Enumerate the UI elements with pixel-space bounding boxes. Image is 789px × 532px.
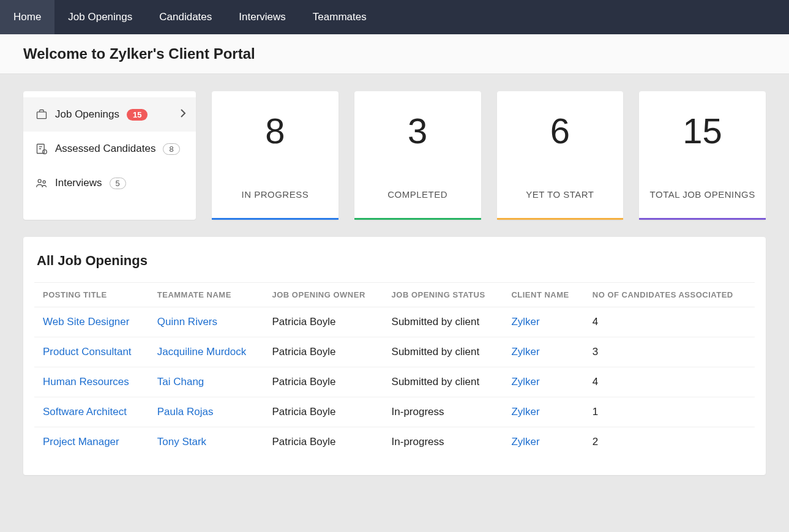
cell-status: Submitted by client xyxy=(383,307,503,337)
stat-value: 6 xyxy=(503,113,618,149)
th-candidates[interactable]: NO OF CANDIDATES ASSOCIATED xyxy=(584,283,755,307)
sidebar-card: Job Openings 15 Assessed Candidates 8 In… xyxy=(23,91,196,220)
badge-count: 5 xyxy=(110,178,126,189)
sidebar-item-label: Job Openings xyxy=(55,108,119,121)
cell-posting-title[interactable]: Human Resources xyxy=(34,367,149,397)
chevron-right-icon xyxy=(180,109,186,120)
cell-client[interactable]: Zylker xyxy=(503,427,583,457)
table-row[interactable]: Software ArchitectPaula RojasPatricia Bo… xyxy=(34,397,755,427)
job-openings-table: POSTING TITLE TEAMMATE NAME JOB OPENING … xyxy=(34,282,755,457)
stat-underline xyxy=(639,218,766,220)
svg-point-3 xyxy=(38,179,41,182)
cell-posting-title[interactable]: Product Consultant xyxy=(34,337,149,367)
stat-underline xyxy=(212,218,338,220)
th-job-opening-owner[interactable]: JOB OPENING OWNER xyxy=(264,283,383,307)
cell-candidates: 4 xyxy=(584,367,755,397)
cell-client[interactable]: Zylker xyxy=(503,337,583,367)
th-posting-title[interactable]: POSTING TITLE xyxy=(34,283,149,307)
badge-count: 8 xyxy=(163,143,179,155)
cell-owner: Patricia Boyle xyxy=(264,307,383,337)
cell-candidates: 4 xyxy=(584,307,755,337)
stat-label: YET TO START xyxy=(503,188,618,202)
job-openings-table-card: All Job Openings POSTING TITLE TEAMMATE … xyxy=(23,237,766,475)
table-title: All Job Openings xyxy=(34,253,755,269)
stat-card-completed[interactable]: 3 COMPLETED xyxy=(354,91,481,220)
badge-count: 15 xyxy=(127,109,148,121)
cell-owner: Patricia Boyle xyxy=(264,367,383,397)
cell-posting-title[interactable]: Web Site Designer xyxy=(34,307,149,337)
stat-value: 8 xyxy=(218,113,332,149)
cell-status: Submitted by client xyxy=(383,337,503,367)
stat-label: IN PROGRESS xyxy=(218,188,332,202)
assessed-icon xyxy=(36,143,48,155)
page-title: Welcome to Zylker's Client Portal xyxy=(23,45,766,62)
sidebar-item-assessed-candidates[interactable]: Assessed Candidates 8 xyxy=(23,132,196,166)
stat-underline xyxy=(497,218,624,220)
top-nav: Home Job Openings Candidates Interviews … xyxy=(0,0,789,34)
svg-point-4 xyxy=(43,181,45,183)
table-header-row: POSTING TITLE TEAMMATE NAME JOB OPENING … xyxy=(34,283,755,307)
stat-card-yet-to-start[interactable]: 6 YET TO START xyxy=(497,91,624,220)
cell-teammate[interactable]: Jacquiline Murdock xyxy=(149,337,264,367)
cell-candidates: 1 xyxy=(584,397,755,427)
cell-teammate[interactable]: Tony Stark xyxy=(149,427,264,457)
nav-candidates[interactable]: Candidates xyxy=(146,0,225,34)
cell-candidates: 3 xyxy=(584,337,755,367)
cell-posting-title[interactable]: Project Manager xyxy=(34,427,149,457)
cell-owner: Patricia Boyle xyxy=(264,397,383,427)
sidebar-item-interviews[interactable]: Interviews 5 xyxy=(23,166,196,200)
svg-rect-0 xyxy=(37,112,47,119)
table-row[interactable]: Web Site DesignerQuinn RiversPatricia Bo… xyxy=(34,307,755,337)
th-client-name[interactable]: CLIENT NAME xyxy=(503,283,583,307)
th-teammate-name[interactable]: TEAMMATE NAME xyxy=(149,283,264,307)
stat-card-in-progress[interactable]: 8 IN PROGRESS xyxy=(212,91,338,220)
stat-label: COMPLETED xyxy=(361,188,475,202)
nav-job-openings[interactable]: Job Openings xyxy=(54,0,146,34)
stat-underline xyxy=(354,218,481,220)
cell-status: In-progress xyxy=(383,427,503,457)
stat-value: 15 xyxy=(645,113,760,149)
cell-teammate[interactable]: Paula Rojas xyxy=(149,397,264,427)
cell-owner: Patricia Boyle xyxy=(264,427,383,457)
nav-teammates[interactable]: Teammates xyxy=(299,0,380,34)
th-job-opening-status[interactable]: JOB OPENING STATUS xyxy=(383,283,503,307)
cell-teammate[interactable]: Quinn Rivers xyxy=(149,307,264,337)
cell-status: Submitted by client xyxy=(383,367,503,397)
cell-status: In-progress xyxy=(383,397,503,427)
sidebar-item-job-openings[interactable]: Job Openings 15 xyxy=(23,97,196,132)
cell-teammate[interactable]: Tai Chang xyxy=(149,367,264,397)
people-icon xyxy=(36,177,48,189)
cell-client[interactable]: Zylker xyxy=(503,397,583,427)
table-row[interactable]: Project ManagerTony StarkPatricia BoyleI… xyxy=(34,427,755,457)
stat-card-total-job-openings[interactable]: 15 TOTAL JOB OPENINGS xyxy=(639,91,766,220)
sidebar-item-label: Interviews xyxy=(55,177,102,189)
cell-owner: Patricia Boyle xyxy=(264,337,383,367)
stat-value: 3 xyxy=(361,113,475,149)
cell-client[interactable]: Zylker xyxy=(503,367,583,397)
header-bar: Welcome to Zylker's Client Portal xyxy=(0,34,789,74)
sidebar-item-label: Assessed Candidates xyxy=(55,143,155,155)
table-row[interactable]: Product ConsultantJacquiline MurdockPatr… xyxy=(34,337,755,367)
cell-posting-title[interactable]: Software Architect xyxy=(34,397,149,427)
table-row[interactable]: Human ResourcesTai ChangPatricia BoyleSu… xyxy=(34,367,755,397)
nav-home[interactable]: Home xyxy=(0,0,54,34)
cell-client[interactable]: Zylker xyxy=(503,307,583,337)
stat-label: TOTAL JOB OPENINGS xyxy=(645,188,760,202)
nav-interviews[interactable]: Interviews xyxy=(225,0,299,34)
briefcase-icon xyxy=(36,108,48,121)
svg-point-2 xyxy=(43,150,47,154)
cell-candidates: 2 xyxy=(584,427,755,457)
stat-cards: 8 IN PROGRESS 3 COMPLETED 6 YET TO START… xyxy=(212,91,766,220)
